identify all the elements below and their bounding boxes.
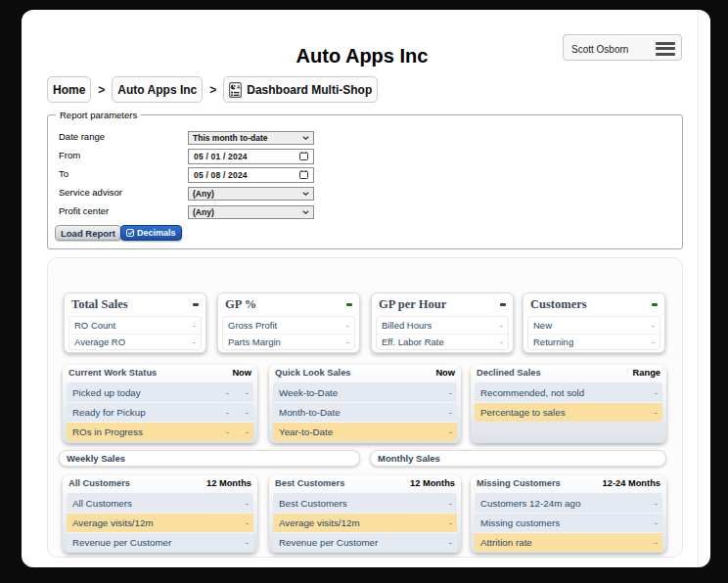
svg-text:A: A [237, 84, 241, 89]
